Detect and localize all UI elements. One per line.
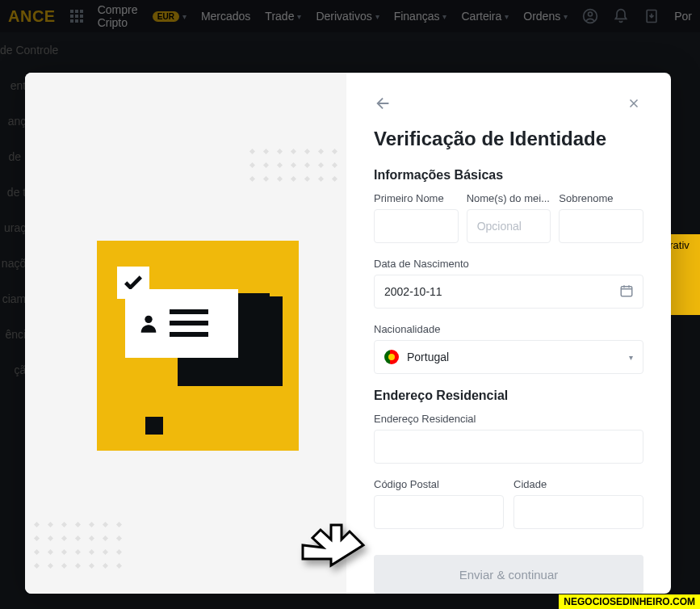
- basic-info-heading: Informações Básicas: [374, 168, 643, 183]
- city-label: Cidade: [513, 478, 643, 490]
- middle-name-label: Nome(s) do mei...: [467, 192, 551, 204]
- submit-button[interactable]: Enviar & continuar: [374, 555, 643, 594]
- address-input[interactable]: [374, 430, 643, 464]
- modal-title: Verificação de Identidade: [374, 128, 643, 150]
- svg-point-3: [145, 316, 152, 323]
- city-input[interactable]: [513, 495, 643, 529]
- nationality-label: Nacionalidade: [374, 323, 643, 335]
- back-icon[interactable]: [374, 94, 393, 113]
- dob-label: Data de Nascimento: [374, 258, 643, 270]
- middle-name-input[interactable]: [467, 209, 551, 243]
- id-card-illustration: [73, 216, 299, 451]
- decorative-dots: [35, 523, 121, 578]
- nationality-select[interactable]: Portugal ▾: [374, 340, 643, 374]
- postal-input[interactable]: [374, 495, 504, 529]
- first-name-input[interactable]: [374, 209, 459, 243]
- address-label: Endereço Residencial: [374, 413, 643, 425]
- dob-input[interactable]: [374, 275, 643, 309]
- watermark: NEGOCIOSEDINHEIRO.COM: [559, 594, 700, 609]
- modal-form-panel: Verificação de Identidade Informações Bá…: [346, 73, 671, 594]
- last-name-label: Sobrenome: [559, 192, 643, 204]
- close-icon[interactable]: [624, 94, 643, 113]
- last-name-input[interactable]: [559, 209, 643, 243]
- first-name-label: Primeiro Nome: [374, 192, 459, 204]
- decorative-dots: [250, 149, 337, 191]
- chevron-down-icon: ▾: [629, 353, 633, 362]
- address-heading: Endereço Residencial: [374, 388, 643, 403]
- flag-portugal-icon: [384, 350, 399, 364]
- person-icon: [137, 312, 160, 334]
- identity-verification-modal: Verificação de Identidade Informações Bá…: [25, 73, 671, 594]
- postal-label: Código Postal: [374, 478, 504, 490]
- modal-illustration-panel: [25, 73, 346, 594]
- nationality-value: Portugal: [407, 351, 449, 363]
